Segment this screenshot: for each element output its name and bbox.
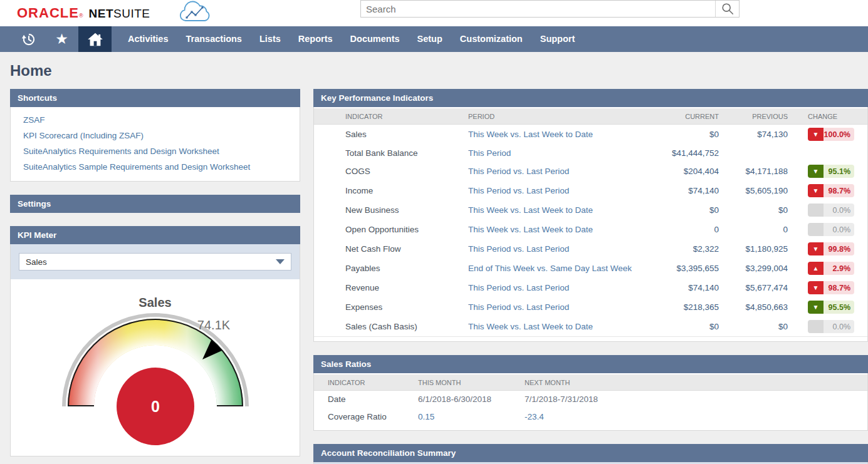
- dashboard-content: Shortcuts ZSAFKPI Scorecard (Including Z…: [0, 89, 868, 464]
- kpi-table: INDICATORPERIODCURRENTPREVIOUSCHANGE Sal…: [314, 107, 867, 337]
- nav-item-customization[interactable]: Customization: [451, 26, 531, 52]
- settings-portlet-header[interactable]: Settings: [10, 195, 300, 213]
- sales-ratios-body: INDICATORTHIS MONTHNEXT MONTH Date6/1/20…: [313, 373, 868, 431]
- kpi-current-value[interactable]: $0: [662, 200, 719, 220]
- ratio-this-month[interactable]: 0.15: [418, 408, 525, 426]
- table-row: Sales (Cash Basis)This Week vs. Last Wee…: [314, 317, 867, 337]
- kpi-period-link[interactable]: This Week vs. Last Week to Date: [468, 125, 662, 145]
- account-reconciliation-title: Account Reconciliation Summary: [321, 448, 456, 458]
- table-row: SalesThis Week vs. Last Week to Date$0$7…: [314, 125, 867, 145]
- nav-item-documents[interactable]: Documents: [342, 26, 409, 52]
- kpi-period-link[interactable]: This Period vs. Last Period: [468, 162, 662, 181]
- kpi-current-value[interactable]: $218,365: [662, 297, 719, 317]
- kpi-previous-value[interactable]: $0: [719, 200, 788, 220]
- recent-records-icon[interactable]: [12, 26, 45, 52]
- account-reconciliation-header[interactable]: Account Reconciliation Summary: [313, 444, 868, 462]
- gauge-value-label: 0: [151, 398, 160, 415]
- kpi-period-link[interactable]: This Week vs. Last Week to Date: [468, 200, 662, 220]
- kpi-indicator: Income: [314, 181, 468, 200]
- change-badge: ▼100.0%: [808, 128, 854, 141]
- kpi-period-link[interactable]: This Week vs. Last Week to Date: [468, 220, 662, 239]
- table-row: IncomeThis Period vs. Last Period$74,140…: [314, 181, 867, 200]
- kpi-previous-value[interactable]: $3,299,004: [719, 259, 788, 278]
- kpi-period-link[interactable]: This Period vs. Last Period: [468, 278, 662, 297]
- kpi-period-link[interactable]: End of This Week vs. Same Day Last Week: [468, 259, 662, 278]
- kpi-previous-value[interactable]: $4,850,663: [719, 297, 788, 317]
- kpi-current-value[interactable]: $2,322: [662, 239, 719, 259]
- kpi-current-value[interactable]: $0: [662, 317, 719, 337]
- kpi-change-cell: ▲2.9%: [788, 259, 867, 278]
- kpi-period-link[interactable]: This Period vs. Last Period: [468, 181, 662, 200]
- change-badge: 0.0%: [808, 320, 854, 333]
- kpi-period-link[interactable]: This Week vs. Last Week to Date: [468, 317, 662, 337]
- kpi-previous-value[interactable]: $74,130: [719, 125, 788, 145]
- shortcut-link[interactable]: SuiteAnalytics Requirements and Design W…: [11, 143, 300, 159]
- kpi-period-link[interactable]: This Period vs. Last Period: [468, 297, 662, 317]
- main-navigation: ★ ActivitiesTransactionsListsReportsDocu…: [0, 26, 868, 52]
- kpi-previous-value[interactable]: $4,171,188: [719, 162, 788, 181]
- netsuite-wordmark-light: SUITE: [113, 7, 150, 21]
- flat-arrow-icon: [808, 223, 824, 236]
- nav-item-transactions[interactable]: Transactions: [177, 26, 250, 52]
- kpi-current-value[interactable]: 0: [662, 220, 719, 239]
- kpi-previous-value[interactable]: $1,180,925: [719, 239, 788, 259]
- table-row: New BusinessThis Week vs. Last Week to D…: [314, 200, 867, 220]
- kpi-previous-value[interactable]: $0: [719, 317, 788, 337]
- flat-arrow-icon: [808, 204, 824, 217]
- kpi-indicator: Sales (Cash Basis): [314, 317, 468, 337]
- kpi-column-header: INDICATOR: [314, 108, 468, 125]
- kpi-period-link[interactable]: This Period: [468, 144, 662, 162]
- kpi-current-value[interactable]: $41,444,752: [662, 144, 719, 162]
- nav-item-activities[interactable]: Activities: [119, 26, 177, 52]
- sales-ratios-title: Sales Ratios: [321, 359, 371, 369]
- up-arrow-icon: ▲: [808, 262, 824, 275]
- table-row: COGSThis Period vs. Last Period$204,404$…: [314, 162, 867, 181]
- kpi-meter-select[interactable]: Sales: [19, 253, 291, 271]
- kpi-indicator: Sales: [314, 125, 468, 145]
- ratio-column-header: THIS MONTH: [418, 374, 525, 391]
- change-percent: 100.0%: [824, 128, 854, 141]
- favorites-star-icon[interactable]: ★: [45, 26, 78, 52]
- nav-item-support[interactable]: Support: [531, 26, 584, 52]
- nav-item-lists[interactable]: Lists: [251, 26, 290, 52]
- table-row: Net Cash FlowThis Period vs. Last Period…: [314, 239, 867, 259]
- search-icon[interactable]: [715, 1, 739, 17]
- sales-ratios-table: INDICATORTHIS MONTHNEXT MONTH Date6/1/20…: [314, 373, 867, 426]
- shortcut-link[interactable]: ZSAF: [11, 112, 300, 128]
- right-column: Key Performance Indicators INDICATORPERI…: [313, 89, 868, 464]
- nav-spacer: [0, 26, 12, 52]
- kpi-current-value[interactable]: $204,404: [662, 162, 719, 181]
- cloud-chart-icon: [176, 0, 214, 28]
- nav-item-reports[interactable]: Reports: [290, 26, 342, 52]
- kpi-current-value[interactable]: $0: [662, 125, 719, 145]
- kpi-meter-portlet: KPI Meter Sales Sales: [10, 226, 300, 456]
- change-percent: 95.1%: [824, 165, 854, 178]
- kpi-indicator: Open Opportunities: [314, 220, 468, 239]
- home-icon[interactable]: [78, 26, 112, 52]
- kpi-previous-value[interactable]: 0: [719, 220, 788, 239]
- kpi-portlet-header[interactable]: Key Performance Indicators: [313, 89, 868, 107]
- nav-item-setup[interactable]: Setup: [409, 26, 451, 52]
- change-badge: 0.0%: [808, 223, 854, 236]
- kpi-meter-portlet-header[interactable]: KPI Meter: [10, 226, 300, 244]
- kpi-current-value[interactable]: $3,395,655: [662, 259, 719, 278]
- ratio-indicator: Date: [314, 391, 418, 408]
- table-row: RevenueThis Period vs. Last Period$74,14…: [314, 278, 867, 297]
- kpi-previous-value[interactable]: [719, 144, 788, 162]
- kpi-current-value[interactable]: $74,140: [662, 181, 719, 200]
- down-arrow-icon: ▼: [808, 242, 824, 255]
- kpi-current-value[interactable]: $74,140: [662, 278, 719, 297]
- ratio-column-header: INDICATOR: [314, 374, 418, 391]
- kpi-previous-value[interactable]: $5,677,474: [719, 278, 788, 297]
- kpi-period-link[interactable]: This Period vs. Last Period: [468, 239, 662, 259]
- shortcut-link[interactable]: KPI Scorecard (Including ZSAF): [11, 128, 300, 143]
- change-percent: 99.8%: [824, 242, 854, 255]
- kpi-previous-value[interactable]: $5,605,190: [719, 181, 788, 200]
- global-search-input[interactable]: [361, 1, 715, 17]
- shortcuts-portlet-header[interactable]: Shortcuts: [10, 89, 300, 107]
- kpi-indicator: COGS: [314, 162, 468, 181]
- ratio-next-month[interactable]: -23.4: [525, 408, 867, 426]
- sales-ratios-portlet-header[interactable]: Sales Ratios: [313, 355, 868, 373]
- shortcut-link[interactable]: SuiteAnalytics Sample Requirements and D…: [11, 159, 300, 175]
- account-reconciliation-body: VIEW All: [313, 462, 868, 464]
